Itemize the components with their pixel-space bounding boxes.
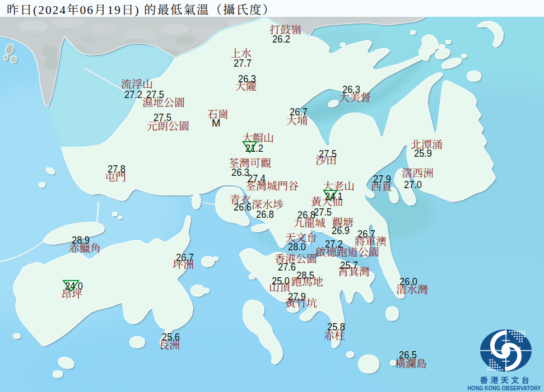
svg-text:26.5: 26.5 bbox=[399, 349, 417, 361]
svg-text:26.7: 26.7 bbox=[176, 251, 194, 263]
svg-text:27.9: 27.9 bbox=[288, 291, 306, 302]
svg-text:25.9: 25.9 bbox=[414, 147, 432, 159]
svg-text:25.8: 25.8 bbox=[327, 321, 345, 333]
svg-text:27.8: 27.8 bbox=[108, 163, 125, 175]
svg-text:27.6: 27.6 bbox=[278, 261, 296, 273]
svg-text:M: M bbox=[212, 117, 220, 129]
svg-text:25.0: 25.0 bbox=[272, 275, 290, 287]
svg-text:昨日(2024年06月19日) 的最低氣溫（攝氏度）: 昨日(2024年06月19日) 的最低氣溫（攝氏度） bbox=[7, 3, 275, 17]
svg-text:27.5: 27.5 bbox=[154, 111, 171, 123]
svg-text:27.0: 27.0 bbox=[404, 179, 422, 190]
svg-text:27.2: 27.2 bbox=[124, 88, 142, 100]
svg-text:滘西洲: 滘西洲 bbox=[402, 165, 434, 180]
svg-text:21.2: 21.2 bbox=[245, 142, 263, 154]
svg-text:26.9: 26.9 bbox=[332, 225, 350, 236]
svg-text:26.2: 26.2 bbox=[272, 33, 290, 45]
svg-text:26.3: 26.3 bbox=[342, 83, 360, 95]
svg-text:27.2: 27.2 bbox=[325, 238, 343, 250]
svg-text:26.3: 26.3 bbox=[231, 166, 249, 178]
svg-text:26.3: 26.3 bbox=[238, 73, 256, 85]
svg-text:HONG KONG OBSERVATORY: HONG KONG OBSERVATORY bbox=[468, 385, 541, 391]
svg-text:26.7: 26.7 bbox=[290, 106, 308, 118]
svg-text:27.7: 27.7 bbox=[234, 57, 252, 69]
svg-text:27.5: 27.5 bbox=[146, 88, 164, 100]
svg-text:25.7: 25.7 bbox=[340, 259, 358, 271]
svg-text:28.9: 28.9 bbox=[72, 234, 90, 246]
svg-text:25.6: 25.6 bbox=[162, 331, 180, 343]
svg-text:27.9: 27.9 bbox=[373, 173, 391, 185]
svg-text:27.4: 27.4 bbox=[248, 172, 266, 184]
svg-text:26.0: 26.0 bbox=[399, 276, 417, 287]
svg-text:26.8: 26.8 bbox=[256, 208, 274, 220]
svg-text:26.7: 26.7 bbox=[357, 228, 375, 240]
svg-text:27.5: 27.5 bbox=[319, 148, 337, 160]
svg-text:24.0: 24.0 bbox=[65, 280, 83, 292]
svg-text:26.6: 26.6 bbox=[234, 201, 252, 213]
svg-text:26.8: 26.8 bbox=[297, 209, 315, 221]
svg-text:28.5: 28.5 bbox=[296, 269, 314, 281]
svg-text:香港天文台: 香港天文台 bbox=[480, 374, 532, 385]
